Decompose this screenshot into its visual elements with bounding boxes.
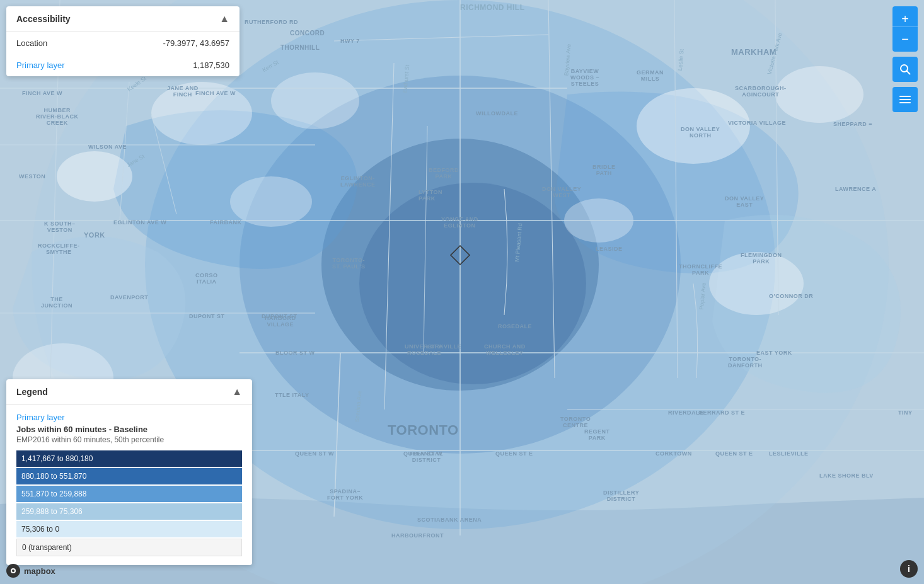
svg-point-40 [12, 570, 14, 572]
legend-item: 1,417,667 to 880,180 [16, 450, 242, 467]
search-button[interactable] [892, 57, 918, 82]
legend-item-label: 880,180 to 551,870 [21, 472, 86, 481]
legend-item-label: 551,870 to 259,888 [21, 490, 86, 498]
legend-panel-header: Legend ▲ [6, 379, 252, 405]
svg-point-9 [775, 66, 863, 123]
legend-body: Primary layer Jobs within 60 minutes - B… [6, 405, 252, 565]
legend-item: 880,180 to 551,870 [16, 468, 242, 484]
search-icon [899, 64, 911, 75]
accessibility-panel: Accessibility ▲ Location -79.3977, 43.69… [6, 6, 240, 76]
info-icon: i [908, 564, 910, 574]
legend-item: 0 (transparent) [16, 539, 242, 556]
zoom-group: + − [892, 6, 918, 52]
legend-panel-collapse-btn[interactable]: ▲ [232, 387, 242, 397]
accessibility-primary-layer-link[interactable]: Primary layer [16, 60, 65, 70]
svg-line-34 [907, 71, 910, 74]
legend-item-label: 1,417,667 to 880,180 [21, 454, 93, 463]
legend-panel: Legend ▲ Primary layer Jobs within 60 mi… [6, 379, 252, 565]
info-button[interactable]: i [900, 560, 918, 578]
svg-point-6 [57, 151, 132, 202]
legend-item-label: 259,888 to 75,306 [21, 507, 83, 516]
legend-layer-title: Jobs within 60 minutes - Baseline [16, 425, 242, 434]
legend-item-label: 0 (transparent) [22, 543, 72, 552]
svg-point-12 [709, 252, 804, 315]
svg-point-14 [271, 72, 359, 129]
mapbox-icon [9, 566, 18, 575]
accessibility-location-value: -79.3977, 43.6957 [163, 38, 229, 48]
svg-point-11 [230, 176, 312, 227]
accessibility-location-row: Location -79.3977, 43.6957 [6, 32, 240, 54]
legend-item: 551,870 to 259,888 [16, 486, 242, 502]
legend-item: 75,306 to 0 [16, 521, 242, 537]
accessibility-panel-collapse-btn[interactable]: ▲ [219, 14, 229, 24]
legend-layer-subtitle: EMP2016 within 60 minutes, 50th percenti… [16, 435, 242, 444]
accessibility-panel-title: Accessibility [16, 14, 71, 24]
mapbox-logo-icon [6, 564, 20, 578]
legend-items: 1,417,667 to 880,180880,180 to 551,87055… [16, 450, 242, 556]
accessibility-panel-header: Accessibility ▲ [6, 6, 240, 32]
accessibility-primary-row: Primary layer 1,187,530 [6, 54, 240, 76]
mapbox-logo: mapbox [6, 564, 55, 578]
accessibility-location-label: Location [16, 38, 47, 48]
accessibility-primary-layer-value: 1,187,530 [193, 60, 229, 70]
legend-item-label: 75,306 to 0 [21, 525, 59, 534]
svg-point-7 [151, 82, 252, 145]
legend-primary-label: Primary layer [16, 413, 242, 422]
svg-point-8 [637, 88, 750, 164]
layers-icon [899, 94, 911, 105]
legend-item: 259,888 to 75,306 [16, 503, 242, 520]
zoom-out-button[interactable]: − [892, 26, 918, 52]
legend-panel-title: Legend [16, 387, 48, 397]
mapbox-logo-text: mapbox [24, 566, 55, 576]
map-controls: + − [892, 6, 918, 112]
layers-button[interactable] [892, 87, 918, 112]
